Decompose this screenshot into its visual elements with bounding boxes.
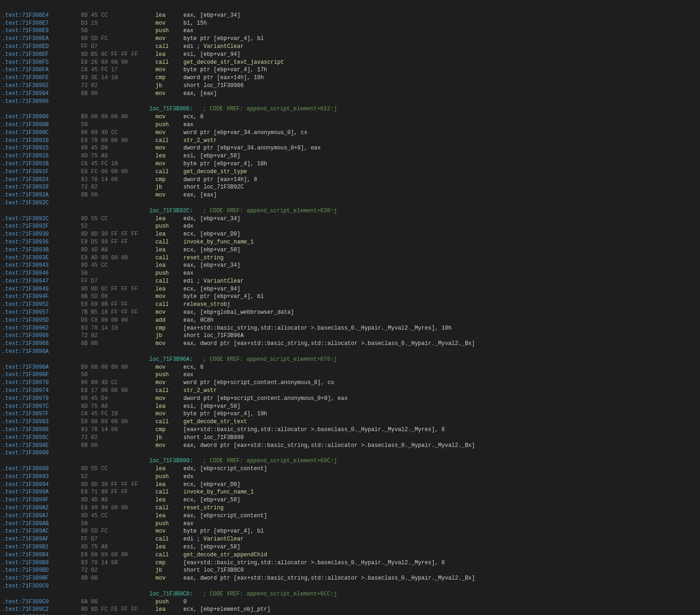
disasm-bytes: E8 98 68 00 00 <box>81 418 155 426</box>
disasm-line: loc_71F3B9C0: ; CODE XREF: append_script… <box>2 590 698 598</box>
disasm-mnemonic: push <box>155 473 183 481</box>
disasm-mnemonic: mov <box>155 309 183 317</box>
disasm-operands: eax <box>183 371 698 379</box>
disasm-mnemonic: lea <box>155 403 183 411</box>
disasm-address: .text:71F30962 <box>2 324 81 332</box>
disasm-mnemonic: push <box>155 520 183 528</box>
disasm-line: .text:71F3096283 78 14 10cmp[eax+std::ba… <box>2 324 698 332</box>
disasm-operands: edi ; VariantClear <box>183 535 698 543</box>
disasm-mnemonic: lea <box>155 606 183 614</box>
disasm-address: .text:71F30979 <box>2 395 81 403</box>
disasm-mnemonic: lea <box>155 51 183 59</box>
disasm-operands: dword ptr [ebp+var_34.anonymous_0+8], ea… <box>183 144 698 152</box>
disasm-line: .text:71F309AFFF D7calledi ; VariantClea… <box>2 535 698 543</box>
disasm-address: .text:71F30906 <box>2 98 81 106</box>
disasm-mnemonic: mov <box>155 35 183 43</box>
disasm-mnemonic: lea <box>155 512 183 520</box>
disasm-line: .text:71F3096F50pusheax <box>2 371 698 379</box>
disasm-line: .text:71F3093B8D 4D A8leaecx, [ebp+var_5… <box>2 246 698 254</box>
disasm-mnemonic: call <box>155 168 183 176</box>
disasm-mnemonic: lea <box>155 465 183 473</box>
disasm-mnemonic: mov <box>155 144 183 152</box>
disasm-line: .text:71F309C28D 8D FC FE FF FFleaecx, [… <box>2 606 698 614</box>
disasm-operands: ecx, [ebp+element_obj_ptr] <box>183 606 698 614</box>
disasm-bytes: C6 45 FC 18 <box>81 160 155 168</box>
disasm-bytes: 88 5D FC <box>81 35 155 43</box>
disasm-bytes: 8B 5D D8 <box>81 293 155 301</box>
disasm-operands: byte ptr [ebp+var_4], bl <box>183 293 698 301</box>
disasm-bytes: E8 69 8B FF FF <box>81 301 155 309</box>
disasm-mnemonic: jb <box>155 567 183 574</box>
disasm-address: .text:71F30966 <box>2 332 81 340</box>
disasm-operands: short loc_71F3B990 <box>183 434 698 442</box>
disasm-line: .text:71F3092872 02jbshort loc_71F3B92C <box>2 183 698 191</box>
disasm-address: .text:71F3091F <box>2 168 81 176</box>
disasm-bytes: 9D 8D 6C FF FF FF <box>81 285 155 293</box>
disasm-line: .text:71F309AC88 5D FCmovbyte ptr [ebp+v… <box>2 527 698 535</box>
disasm-operands: dword ptr [eax+14h], 8 <box>183 176 698 184</box>
disasm-bytes <box>81 582 155 590</box>
disasm-bytes: 8D 45 CC <box>81 262 155 270</box>
disasm-address: .text:71F308FE <box>2 74 81 82</box>
disasm-bytes: FF D7 <box>81 43 155 51</box>
disasm-mnemonic: push <box>155 598 183 606</box>
disasm-address: .text:71F3090B <box>2 121 81 129</box>
disasm-mnemonic: mov <box>155 129 183 137</box>
disasm-operands: eax, [eax] <box>183 90 698 98</box>
disasm-line: .text:71F309AB50pusheax <box>2 520 698 528</box>
disasm-operands: eax <box>183 121 698 129</box>
disasm-address: .text:71F30936 <box>2 238 81 246</box>
disasm-bytes: 83 78 14 08 <box>81 426 155 434</box>
disasm-operands: str_2_wstr <box>183 387 698 395</box>
disasm-address: .text:71F30928 <box>2 183 81 191</box>
disasm-line: .text:71F308FAC6 45 FC 17movbyte ptr [eb… <box>2 66 698 74</box>
code-comment: ; CODE XREF: append_script_element+6CC↑j <box>193 590 337 598</box>
disasm-address: .text:71F30970 <box>2 379 81 387</box>
disasm-mnemonic: cmp <box>155 176 183 184</box>
disasm-bytes: 89 45 D0 <box>81 144 155 152</box>
disasm-bytes: 66 89 4D CC <box>81 379 155 387</box>
disasm-bytes: 8D 75 A8 <box>81 403 155 411</box>
disasm-bytes: 8D 55 CC <box>81 215 155 223</box>
disasm-operands: word ptr [ebp+script_content.anonymous_0… <box>183 379 698 387</box>
disasm-address: .text:71F3097F <box>2 410 81 418</box>
disasm-operands: edx <box>183 223 698 230</box>
disasm-line: .text:71F30947FF D7calledi ; VariantClea… <box>2 277 698 285</box>
disasm-mnemonic: mov <box>155 66 183 74</box>
disasm-address: .text:71F308E4 <box>2 12 81 20</box>
disasm-line: .text:71F3097066 89 4D CCmovword ptr [eb… <box>2 379 698 387</box>
disasm-bytes <box>81 199 155 207</box>
disasm-address: .text:71F30906 <box>2 113 81 121</box>
code-comment: ; CODE XREF: append_script_element+69C↑j <box>193 457 337 465</box>
disasm-mnemonic: mov <box>155 442 183 450</box>
disasm-address: .text:71F3092C <box>2 215 81 223</box>
disasm-operands: eax <box>183 270 698 277</box>
disasm-address: .text:71F30904 <box>2 90 81 98</box>
disasm-operands: ecx, [ebp+var_D0] <box>183 481 698 489</box>
disassembly-view: .text:71F308E48D 45 CCleaeax, [ebp+var_3… <box>0 0 700 615</box>
disasm-line: .text:71F309BF8B 00moveax, dword ptr [ea… <box>2 574 698 582</box>
disasm-line: .text:71F308E48D 45 CCleaeax, [ebp+var_3… <box>2 12 698 20</box>
disasm-operands: bl, 15h <box>183 20 698 27</box>
disasm-address: .text:71F30943 <box>2 262 81 270</box>
disasm-line: .text:71F308E950pusheax <box>2 27 698 35</box>
disasm-line: .text:71F30906 <box>2 98 698 106</box>
disasm-mnemonic: call <box>155 551 183 559</box>
disasm-operands: release_strobj <box>183 301 698 309</box>
disasm-line: .text:71F3090B50pusheax <box>2 121 698 129</box>
disasm-operands <box>183 348 698 356</box>
disasm-line: .text:71F3096A <box>2 348 698 356</box>
disasm-mnemonic: mov <box>155 20 183 27</box>
disasm-bytes: 89 45 D4 <box>81 395 155 403</box>
disasm-mnemonic: lea <box>155 481 183 489</box>
disasm-address: .text:71F308EF <box>2 51 81 59</box>
disasm-address: .text:71F30993 <box>2 473 81 481</box>
disasm-address: .text:71F30968 <box>2 340 81 348</box>
disasm-bytes <box>81 449 155 457</box>
disasm-bytes: E8 FC 66 00 00 <box>81 168 155 176</box>
disasm-address: .text:71F3098C <box>2 434 81 442</box>
disasm-line: .text:71F309A78D 45 CCleaeax, [ebp+scrip… <box>2 512 698 520</box>
disasm-address: .text:71F309B9 <box>2 559 81 567</box>
disasm-line: .text:71F3098E8B 00moveax, dword ptr [ea… <box>2 442 698 450</box>
disasm-bytes: 72 02 <box>81 82 155 90</box>
